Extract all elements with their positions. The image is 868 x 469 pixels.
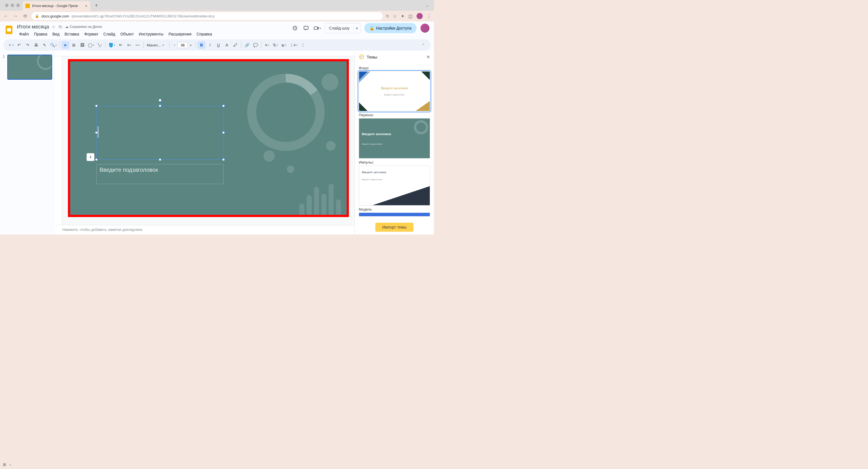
new-tab-button[interactable]: + (92, 1, 100, 9)
url-input[interactable]: 🔒 docs.google.com/presentation/d/1-qp78z… (32, 12, 383, 20)
font-size-decrease[interactable]: − (172, 43, 178, 47)
subtitle-textbox[interactable]: Введите подзаголовок (96, 164, 223, 184)
bulleted-list-button[interactable]: ⋮≡ (288, 41, 299, 49)
menu-format[interactable]: Формат (82, 31, 101, 37)
font-size-input[interactable] (178, 42, 188, 48)
slideshow-dropdown-icon[interactable]: ▾ (353, 26, 360, 30)
menu-view[interactable]: Вид (50, 31, 62, 37)
document-title[interactable]: Итоги месяца (17, 24, 49, 30)
collapse-toolbar-icon[interactable]: ⌃ (419, 43, 427, 47)
insert-comment-button[interactable]: 💬 (251, 41, 259, 49)
save-status: Сохранено на Диске. (70, 25, 102, 29)
rotate-handle[interactable] (159, 99, 161, 102)
select-tool-button[interactable]: ➤ (61, 41, 69, 49)
menu-edit[interactable]: Правка (32, 31, 49, 37)
slide-canvas[interactable]: ⇕ Введите подзаголовок (68, 59, 349, 217)
menu-file[interactable]: Файл (17, 31, 31, 37)
app-header: Итоги месяца ☆ 🗀 ☁Сохранено на Диске. Фа… (0, 22, 434, 38)
resize-handle-ml[interactable] (95, 131, 97, 134)
menu-extensions[interactable]: Расширения (166, 31, 194, 37)
share-page-icon[interactable]: ⎋ (386, 13, 389, 19)
insert-link-button[interactable]: 🔗 (243, 41, 251, 49)
vertical-ruler[interactable] (55, 56, 62, 225)
border-color-button[interactable]: ✏ (117, 41, 125, 49)
account-avatar[interactable] (421, 24, 430, 33)
undo-button[interactable]: ↶ (15, 41, 23, 49)
fill-color-button[interactable]: 🪣 (107, 41, 116, 49)
profile-avatar[interactable] (416, 13, 423, 19)
menu-help[interactable]: Справка (194, 31, 214, 37)
new-slide-button[interactable]: ＋ (7, 41, 14, 49)
bookmark-icon[interactable]: ☆ (393, 13, 397, 19)
resize-handle-tm[interactable] (159, 105, 161, 107)
menu-tools[interactable]: Инструменты (137, 31, 166, 37)
resize-handle-br[interactable] (222, 159, 225, 161)
text-color-button[interactable]: A (223, 41, 231, 49)
slides-logo-icon[interactable] (4, 25, 14, 35)
theme-card-focus[interactable]: Введите заголовок Введите подзаголовок (359, 71, 430, 111)
theme-card-impulse[interactable]: Введите заголовок Введите подзаголовок (359, 166, 430, 205)
shape-tool-button[interactable]: ◯ (87, 41, 95, 49)
move-icon[interactable]: 🗀 (58, 25, 62, 29)
menu-insert[interactable]: Вставка (62, 31, 82, 37)
redo-button[interactable]: ↷ (24, 41, 32, 49)
reload-button[interactable]: ⟳ (22, 13, 28, 19)
minimize-window-icon[interactable] (11, 4, 14, 7)
comments-icon[interactable] (302, 25, 310, 32)
window-controls[interactable] (2, 4, 23, 7)
highlight-color-button[interactable]: 🖍 (231, 41, 239, 49)
line-tool-button[interactable]: ╲ (96, 41, 104, 49)
close-window-icon[interactable] (5, 4, 8, 7)
browser-menu-icon[interactable]: ⋮ (427, 13, 431, 19)
theme-card-model[interactable] (359, 212, 430, 216)
slideshow-button[interactable]: Слайд-шоу ▾ (325, 23, 361, 33)
tabs-dropdown-icon[interactable]: ⌄ (426, 3, 432, 8)
import-theme-button[interactable]: Импорт темы (375, 223, 413, 232)
slide-thumbnail[interactable] (7, 55, 52, 80)
maximize-window-icon[interactable] (17, 4, 20, 7)
history-icon[interactable] (291, 25, 299, 32)
menu-object[interactable]: Объект (118, 31, 136, 37)
zoom-button[interactable]: 🔍 (49, 41, 58, 49)
resize-handle-tr[interactable] (222, 105, 225, 107)
paint-format-button[interactable]: ✎ (40, 41, 49, 49)
border-weight-button[interactable]: ≡ (125, 41, 133, 49)
sidepanel-icon[interactable]: ◫ (408, 13, 412, 19)
print-button[interactable]: 🖶 (32, 41, 40, 49)
border-dash-button[interactable]: ┉ (133, 41, 142, 49)
font-family-select[interactable]: Maven…▾ (145, 43, 168, 47)
line-spacing-button[interactable]: ⇅ (271, 41, 279, 49)
numbered-list-button[interactable]: ≣ (280, 41, 288, 49)
align-button[interactable]: ≡ (263, 41, 271, 49)
menu-slide[interactable]: Слайд (101, 31, 118, 37)
resize-handle-tl[interactable] (95, 105, 97, 107)
title-textbox-selected[interactable]: ⇕ (96, 106, 223, 160)
font-size-increase[interactable]: + (188, 43, 194, 47)
italic-button[interactable]: I (206, 41, 214, 49)
resize-handle-mr[interactable] (222, 131, 225, 134)
back-button[interactable]: ← (3, 13, 9, 19)
share-button[interactable]: 🔒 Настройки Доступа (364, 23, 416, 33)
horizontal-ruler[interactable] (55, 51, 354, 56)
textbox-tool-button[interactable]: ⊞ (70, 41, 78, 49)
underline-button[interactable]: U (214, 41, 222, 49)
font-size-stepper[interactable]: − + (172, 42, 194, 48)
browser-tab[interactable]: Итоги месяца - Google Презе × (23, 1, 90, 11)
resize-handle-bl[interactable] (95, 159, 97, 161)
bold-button[interactable]: B (197, 41, 206, 49)
extensions-icon[interactable]: ✦ (401, 13, 404, 19)
close-panel-icon[interactable]: ✕ (426, 54, 430, 60)
autofit-options-button[interactable]: ⇕ (87, 153, 94, 161)
filmstrip-slide[interactable]: 1 (3, 55, 52, 80)
bg-decoration-dot (287, 166, 294, 173)
resize-handle-bm[interactable] (159, 159, 161, 161)
forward-button[interactable]: → (12, 13, 19, 19)
meet-icon[interactable]: ▾ (314, 25, 321, 32)
star-icon[interactable]: ☆ (52, 25, 56, 29)
more-button[interactable]: ⋮ (299, 41, 307, 49)
theme-card-perenos[interactable]: Введите заголовок Введите подзаголовок (359, 118, 430, 158)
tab-close-icon[interactable]: × (85, 4, 87, 8)
image-tool-button[interactable]: 🖼 (79, 41, 86, 49)
speaker-notes[interactable]: Нажмите, чтобы добавить заметки докладчи… (55, 225, 354, 234)
slide-number: 1 (3, 55, 6, 80)
